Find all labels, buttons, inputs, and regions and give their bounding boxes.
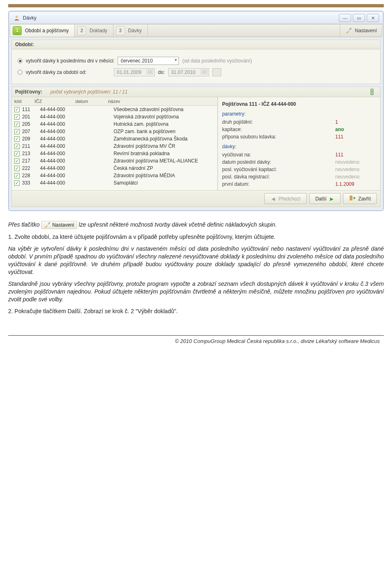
table-row[interactable]: 21144-444-000Zdravotní pojišťovna MV ČR: [12, 142, 217, 150]
select-all-icon[interactable]: [370, 89, 377, 95]
detail-value: neuvedeno: [335, 159, 376, 165]
cell-nazev: OZP zam. bank a pojišťoven: [114, 129, 215, 134]
cell-kod: 211: [22, 143, 40, 149]
calendar-icon: 15: [201, 69, 207, 74]
settings-label: Nastavení: [355, 28, 377, 33]
col-datum: datum: [76, 99, 108, 104]
cell-icz: 44-444-000: [40, 136, 81, 142]
tab-label: Dávky: [128, 28, 142, 33]
table-row[interactable]: 20144-444-000Vojenská zdravotní pojišťov…: [12, 113, 217, 120]
date-from-input[interactable]: 01.01.200915: [114, 68, 155, 76]
checkbox[interactable]: [14, 122, 20, 127]
period-hint: (od data posledního vyúčtování): [182, 58, 252, 64]
insurers-count: počet vybraných pojišťoven: 11 / 11: [50, 89, 127, 95]
date-to-label: do:: [158, 69, 165, 75]
detail-title: Pojišťovna 111 - IČZ 44-444-000: [222, 101, 376, 107]
checkbox[interactable]: [14, 107, 20, 112]
radio-by-range-label: vytvořit dávky za období od:: [26, 69, 111, 75]
detail-key: vyúčtovat na:: [222, 152, 335, 158]
tab-doklady[interactable]: 2 Doklady: [75, 24, 113, 37]
detail-value: 1: [335, 119, 376, 125]
exit-icon: [349, 195, 356, 203]
cell-nazev: Hutnická zam. pojišťovna: [114, 121, 215, 127]
table-row[interactable]: 11144-444-000Všeobecná zdravotní pojišťo…: [12, 106, 217, 113]
date-range-extra-button[interactable]: [212, 68, 221, 76]
cell-icz: 44-444-000: [40, 129, 81, 134]
table-row[interactable]: 21744-444-000Zdravotní pojišťovna METAL-…: [12, 157, 217, 165]
detail-value: 111: [335, 152, 376, 158]
cell-kod: 333: [22, 180, 40, 186]
detail-row: kapitace:ano: [222, 126, 376, 133]
checkbox[interactable]: [14, 129, 20, 134]
cell-kod: 213: [22, 151, 40, 156]
window-title: Dávky: [23, 15, 339, 21]
tab-number: 3: [116, 26, 125, 35]
period-header: Období:: [12, 40, 380, 49]
cell-kod: 222: [22, 165, 40, 171]
insurers-header: Pojišťovny: počet vybraných pojišťoven: …: [12, 87, 380, 97]
svg-point-0: [16, 16, 18, 18]
table-row[interactable]: 22844-444-000Zdravotní pojišťovna MÉDIA: [12, 172, 217, 179]
detail-value: 1.1.2009: [335, 181, 376, 187]
detail-row: datum poslední dávky:neuvedeno: [222, 158, 376, 166]
col-kod: kód: [14, 99, 35, 104]
tab-obdobi[interactable]: 1 Období a pojišťovny: [10, 24, 75, 37]
checkbox[interactable]: [14, 173, 20, 178]
cell-nazev: Zaměstnanecká pojišťovna Škoda: [114, 136, 215, 142]
detail-params-label: parametry:: [222, 111, 376, 117]
date-to-input[interactable]: 31.07.201015: [168, 68, 209, 76]
maximize-button[interactable]: ▭: [353, 14, 365, 22]
cell-nazev: Samoplátci: [114, 180, 215, 186]
tools-icon: [345, 27, 352, 34]
tools-icon: [44, 222, 51, 228]
cell-icz: 44-444-000: [40, 121, 81, 127]
detail-row: přípona souboru kdavka:111: [222, 133, 376, 140]
cell-nazev: Česká národní ZP: [114, 165, 215, 171]
checkbox[interactable]: [14, 158, 20, 164]
detail-row: druh pojištění:1: [222, 118, 376, 126]
checkbox[interactable]: [14, 180, 20, 186]
detail-row: posl. vyúčtování kapitací:neuvedeno: [222, 166, 376, 173]
insurers-section: Pojišťovny: počet vybraných pojišťoven: …: [11, 87, 381, 207]
settings-button[interactable]: Nastavení: [340, 24, 382, 37]
cell-kod: 205: [22, 121, 40, 127]
insurers-list: kód IČZ datum název 11144-444-000Všeobec…: [12, 97, 218, 190]
next-button[interactable]: Další ►: [309, 193, 341, 204]
cell-icz: 44-444-000: [40, 173, 81, 178]
close-button[interactable]: Zavřít: [343, 193, 377, 204]
checkbox[interactable]: [14, 166, 20, 171]
minimize-button[interactable]: —: [339, 14, 351, 22]
checkbox[interactable]: [14, 151, 20, 156]
cell-icz: 44-444-000: [40, 107, 81, 112]
table-row[interactable]: 22244-444-000Česká národní ZP: [12, 165, 217, 172]
cell-icz: 44-444-000: [40, 180, 81, 186]
checkbox[interactable]: [14, 136, 20, 142]
column-headers: kód IČZ datum název: [12, 97, 217, 106]
cell-nazev: Zdravotní pojišťovna MV ČR: [114, 143, 215, 149]
close-window-button[interactable]: ✕: [367, 14, 379, 22]
inline-settings-button: Nastavení: [41, 221, 77, 229]
radio-by-range[interactable]: [18, 70, 22, 75]
insurer-detail: Pojišťovna 111 - IČZ 44-444-000 parametr…: [218, 97, 380, 190]
tab-number: 1: [13, 26, 22, 35]
table-row[interactable]: 21344-444-000Revírní bratrská pokladna: [12, 150, 217, 157]
checkbox[interactable]: [14, 114, 20, 120]
svg-rect-3: [350, 196, 353, 200]
table-row[interactable]: 20944-444-000Zaměstnanecká pojišťovna Šk…: [12, 135, 217, 142]
month-combo[interactable]: červenec 2010: [118, 57, 179, 65]
table-row[interactable]: 20744-444-000OZP zam. bank a pojišťoven: [12, 128, 217, 135]
cell-nazev: Všeobecná zdravotní pojišťovna: [114, 107, 215, 112]
cell-icz: 44-444-000: [40, 158, 81, 164]
cell-nazev: Revírní bratrská pokladna: [114, 151, 215, 156]
table-row[interactable]: 33344-444-000Samoplátci: [12, 179, 217, 187]
table-row[interactable]: 20544-444-000Hutnická zam. pojišťovna: [12, 120, 217, 128]
prev-button[interactable]: ◄ Předchozí: [264, 193, 307, 204]
tab-davky[interactable]: 3 Dávky: [114, 24, 148, 37]
cell-kod: 217: [22, 158, 40, 164]
checkbox[interactable]: [14, 144, 20, 149]
calendar-icon: 15: [147, 69, 153, 74]
wizard-footer: ◄ Předchozí Další ► Zavřít: [12, 190, 380, 207]
radio-by-month[interactable]: [18, 58, 22, 63]
cell-icz: 44-444-000: [40, 151, 81, 156]
cell-kod: 111: [22, 107, 40, 112]
